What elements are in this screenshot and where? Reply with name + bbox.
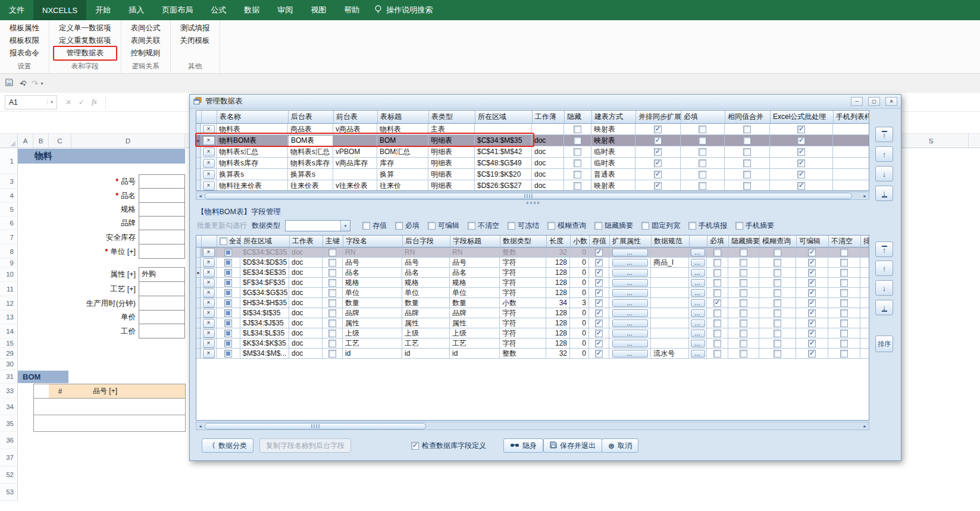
cell-required[interactable]	[681, 146, 725, 158]
row-number-5[interactable]: 5	[0, 203, 18, 217]
cell-backend[interactable]: 数量	[402, 298, 450, 308]
row-selector[interactable]	[196, 288, 201, 298]
more-button[interactable]: …	[691, 330, 705, 337]
cell-hidesum[interactable]	[728, 308, 759, 318]
close-button[interactable]: ✕	[885, 97, 897, 106]
cell-region[interactable]: $F$34:$F$35	[240, 278, 289, 288]
cell-editable[interactable]	[796, 278, 828, 288]
cell-region[interactable]: $E$34:$E$35	[240, 268, 289, 278]
column-header-B[interactable]: B	[33, 134, 49, 148]
cell-ext[interactable]: …	[609, 328, 651, 338]
cell-spec[interactable]: 流水号	[651, 349, 689, 359]
cell-build[interactable]: 映射表	[591, 180, 635, 191]
cell-type[interactable]: 明细表	[428, 135, 475, 146]
cell-hidden[interactable]	[564, 158, 591, 169]
more-button[interactable]: …	[691, 259, 705, 267]
cell-sheet[interactable]: doc	[289, 349, 323, 359]
cell-frontend[interactable]	[333, 169, 377, 180]
cell-excel[interactable]	[770, 124, 833, 135]
checkbox-required[interactable]	[713, 319, 721, 327]
cell-fuzzy[interactable]	[759, 298, 796, 308]
ribbon-tab-插入[interactable]: 插入	[120, 0, 153, 20]
cell-ext[interactable]: …	[609, 349, 651, 359]
cell-title[interactable]: 属性	[450, 318, 500, 328]
cell-hidesum[interactable]	[728, 247, 759, 258]
move-top-button[interactable]: ↑	[875, 127, 893, 142]
cell-hidesum[interactable]	[728, 258, 759, 268]
ribbon-item-测试填报[interactable]: 测试填报	[177, 22, 214, 35]
cell-hidesum[interactable]	[728, 268, 759, 278]
cell-region[interactable]: $C$41:$M$42	[475, 146, 532, 158]
cell-title[interactable]: RN	[450, 247, 500, 258]
checkbox-required[interactable]	[713, 299, 721, 307]
cell-dec[interactable]: 0	[570, 278, 589, 288]
move-bottom-button[interactable]: ↓	[875, 186, 893, 201]
row-number-9[interactable]: 9	[0, 259, 18, 267]
cell-sync[interactable]	[635, 169, 681, 180]
cell-sheet[interactable]: doc	[289, 247, 323, 258]
cell-name[interactable]: 物料BOM表	[217, 135, 288, 146]
cell-fuzzy[interactable]	[759, 318, 796, 328]
row-selector[interactable]	[196, 146, 201, 158]
select-all-checkbox[interactable]	[220, 237, 227, 245]
cell-backend[interactable]: 上级	[402, 328, 450, 338]
cell-more[interactable]: …	[689, 268, 707, 278]
cell-excel[interactable]	[770, 146, 833, 158]
row-number-12[interactable]: 12	[0, 296, 18, 311]
cell-hidden[interactable]	[564, 135, 591, 146]
column-header-s[interactable]: S	[894, 134, 969, 148]
bom-cell[interactable]	[139, 415, 186, 432]
batch-option-可编辑[interactable]: 可编辑	[428, 221, 459, 231]
checkbox-pk[interactable]	[328, 289, 336, 297]
checkbox-hidesum[interactable]	[740, 330, 747, 337]
delete-field-button[interactable]: ×	[203, 299, 215, 308]
checkbox-editable[interactable]	[808, 330, 816, 337]
row-number-31[interactable]: 31	[0, 370, 18, 384]
checkbox-required[interactable]	[699, 137, 706, 145]
delete-row-button[interactable]: ×	[203, 125, 215, 134]
field-input-单位 [+][interactable]	[139, 244, 185, 259]
cell-more[interactable]: …	[689, 338, 707, 349]
dropdown-icon[interactable]: ▾	[340, 221, 350, 231]
cell-spec[interactable]	[651, 328, 689, 338]
cell-name[interactable]: 物料表s汇总	[217, 146, 288, 158]
row-number-37[interactable]: 37	[0, 449, 18, 466]
row-selector[interactable]	[196, 124, 201, 135]
cell-spec[interactable]	[651, 318, 689, 328]
cell-required[interactable]	[707, 278, 728, 288]
cell-title[interactable]: 物料表	[377, 124, 428, 135]
cell-title[interactable]: 规格	[450, 278, 500, 288]
checkbox-fuzzy[interactable]	[774, 259, 781, 267]
bom-cell[interactable]	[71, 399, 139, 415]
ribbon-item-模板权限[interactable]: 模板权限	[6, 35, 43, 47]
more-button[interactable]: …	[691, 299, 705, 307]
row-number-13[interactable]: 13	[0, 311, 18, 324]
extended-props-button[interactable]: …	[612, 249, 648, 256]
cell-required[interactable]	[681, 180, 725, 191]
checkbox-pk[interactable]	[328, 259, 336, 267]
cell-required[interactable]	[707, 247, 728, 258]
cell-field[interactable]: id	[343, 349, 402, 359]
cell-sort[interactable]	[860, 338, 869, 349]
cell-dec[interactable]: 0	[570, 328, 589, 338]
ribbon-tab-NXCELLS[interactable]: NXCELLS	[33, 0, 86, 20]
cell-backend[interactable]: 品号	[402, 258, 450, 268]
checkbox-required[interactable]	[713, 259, 721, 267]
cell-dec[interactable]: 0	[570, 268, 589, 278]
cell-sort[interactable]	[860, 349, 869, 359]
cell-sheet[interactable]: doc	[289, 328, 323, 338]
extended-props-button[interactable]: …	[612, 319, 648, 327]
cell-pk[interactable]	[323, 308, 343, 318]
cell-more[interactable]: …	[689, 288, 707, 298]
cell-noclear[interactable]	[828, 318, 860, 328]
cell-sheet[interactable]: doc	[289, 318, 323, 328]
cell-ext[interactable]: …	[609, 288, 651, 298]
ribbon-tab-数据[interactable]: 数据	[235, 0, 268, 20]
checkbox-hidesum[interactable]	[740, 319, 747, 327]
cell-field[interactable]: RN	[343, 247, 402, 258]
checkbox-noclear[interactable]	[840, 330, 848, 337]
cell-store[interactable]	[589, 247, 609, 258]
checkbox-sync[interactable]	[654, 171, 662, 178]
checkbox-noclear[interactable]	[840, 319, 848, 327]
ribbon-tab-文件[interactable]: 文件	[0, 0, 33, 20]
